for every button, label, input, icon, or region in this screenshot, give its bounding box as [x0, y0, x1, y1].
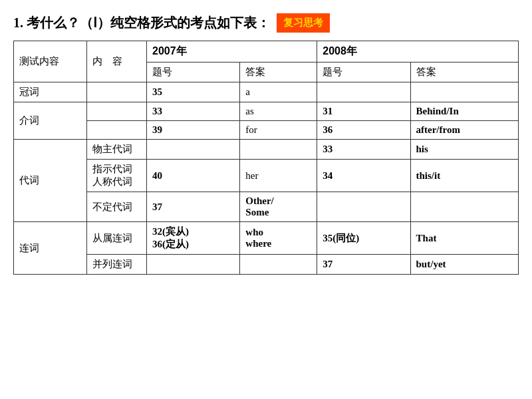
num-2007-cell: [147, 140, 240, 160]
page-title: 1. 考什么？（Ⅰ）纯空格形式的考点如下表：: [13, 14, 270, 32]
ans-2007-cell: who where: [240, 222, 317, 255]
num-2008-cell: [317, 192, 410, 222]
num-2008-cell: 31: [317, 102, 410, 121]
content-header: 内 容: [87, 41, 147, 82]
category-cell: 介词: [14, 102, 87, 140]
ans-2007-cell: for: [240, 121, 317, 140]
ans-2007-cell: [240, 140, 317, 160]
num-2007-cell: 32(宾从) 36(定从): [147, 222, 240, 255]
category-cell: 冠词: [14, 82, 87, 102]
ans-2008-cell: [410, 82, 518, 102]
ans-2008-cell: after/from: [410, 121, 518, 140]
num-2007-cell: 39: [147, 121, 240, 140]
ans-2008-cell: [410, 192, 518, 222]
ans-2007-cell: [240, 255, 317, 275]
num-2008-cell: 36: [317, 121, 410, 140]
ans-2008-cell: his: [410, 140, 518, 160]
table-row: 不定代词 37 Other/ Some: [14, 192, 519, 222]
ans-2008-cell: this/it: [410, 160, 518, 192]
table-row: 连词 从属连词 32(宾从) 36(定从) who where 35(同位) T…: [14, 222, 519, 255]
category-cell: 连词: [14, 222, 87, 275]
q-num-2008-header: 题号: [317, 63, 410, 82]
num-2008-cell: [317, 82, 410, 102]
ans-2007-cell: her: [240, 160, 317, 192]
page-header: 1. 考什么？（Ⅰ）纯空格形式的考点如下表： 复习思考: [13, 13, 519, 33]
year-2008-header: 2008年: [317, 41, 519, 63]
num-2007-cell: 33: [147, 102, 240, 121]
subcategory-cell: [87, 82, 147, 102]
table-row: 39 for 36 after/from: [14, 121, 519, 140]
ans-2007-cell: a: [240, 82, 317, 102]
num-2008-cell: 33: [317, 140, 410, 160]
num-2007-cell: [147, 255, 240, 275]
num-2007-cell: 37: [147, 192, 240, 222]
header-row-1: 测试内容 内 容 2007年 2008年: [14, 41, 519, 63]
num-2008-cell: 35(同位): [317, 222, 410, 255]
category-cell: 代词: [14, 140, 87, 222]
subcategory-cell: 从属连词: [87, 222, 147, 255]
num-2008-cell: 37: [317, 255, 410, 275]
table-row: 代词 物主代词 33 his: [14, 140, 519, 160]
year-2007-header: 2007年: [147, 41, 317, 63]
exam-table: 测试内容 内 容 2007年 2008年 题号 答案 题号 答案 冠词 35 a…: [13, 41, 519, 275]
test-content-header: 测试内容: [14, 41, 87, 82]
subcategory-cell: 物主代词: [87, 140, 147, 160]
num-2008-cell: 34: [317, 160, 410, 192]
ans-2008-cell: That: [410, 222, 518, 255]
ans-2007-cell: as: [240, 102, 317, 121]
table-row: 并列连词 37 but/yet: [14, 255, 519, 275]
subcategory-cell: 并列连词: [87, 255, 147, 275]
q-num-2007-header: 题号: [147, 63, 240, 82]
subcategory-cell: 指示代词 人称代词: [87, 160, 147, 192]
table-row: 冠词 35 a: [14, 82, 519, 102]
table-row: 介词 33 as 31 Behind/In: [14, 102, 519, 121]
subcategory-cell: [87, 121, 147, 140]
num-2007-cell: 40: [147, 160, 240, 192]
table-row: 指示代词 人称代词 40 her 34 this/it: [14, 160, 519, 192]
subcategory-cell: 不定代词: [87, 192, 147, 222]
ans-2007-cell: Other/ Some: [240, 192, 317, 222]
ans-2008-cell: Behind/In: [410, 102, 518, 121]
num-2007-cell: 35: [147, 82, 240, 102]
question-number: 1.: [13, 15, 23, 30]
ans-2008-header: 答案: [410, 63, 518, 82]
subcategory-cell: [87, 102, 147, 121]
ans-2007-header: 答案: [240, 63, 317, 82]
ans-2008-cell: but/yet: [410, 255, 518, 275]
review-badge: 复习思考: [277, 13, 330, 33]
